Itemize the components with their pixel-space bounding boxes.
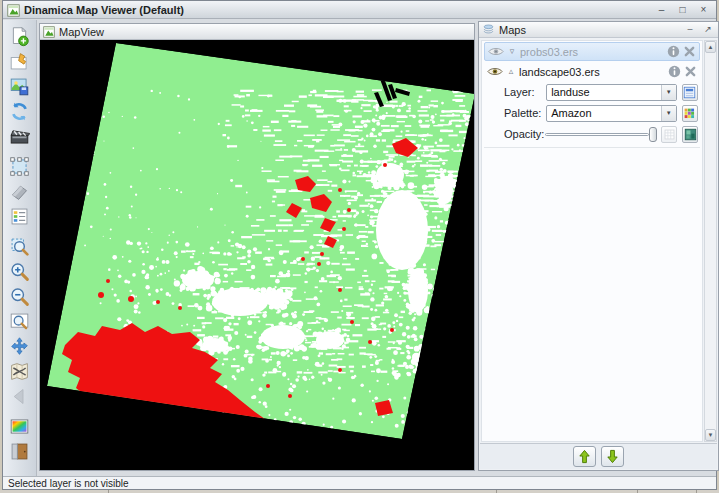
raster-view-button[interactable] xyxy=(682,126,698,143)
minimize-button[interactable]: – xyxy=(653,3,670,16)
map-toolbar xyxy=(3,20,37,476)
legend-icon[interactable] xyxy=(6,204,33,229)
app-window: Dinamica Map Viewer (Default) – □ × MapV… xyxy=(2,0,717,490)
zoom-fit-icon[interactable] xyxy=(6,309,33,334)
status-bar: Selected layer is not visible xyxy=(3,476,716,489)
divider xyxy=(484,147,700,148)
scroll-up-icon[interactable]: ▲ xyxy=(705,41,716,53)
pan-icon[interactable] xyxy=(6,334,33,359)
maps-panel-title: Maps xyxy=(499,24,679,36)
panel-float-button[interactable]: ↗ xyxy=(701,24,715,36)
palette-dropdown[interactable]: Amazon ▼ xyxy=(546,105,677,122)
layer-close-icon[interactable] xyxy=(684,65,697,78)
refresh-icon[interactable] xyxy=(6,99,33,124)
opacity-slider-thumb[interactable] xyxy=(649,127,657,142)
mapview-window: MapView xyxy=(39,23,475,471)
zoom-out-icon[interactable] xyxy=(6,284,33,309)
scroll-down-icon[interactable]: ▼ xyxy=(705,429,716,441)
opacity-row: Opacity: xyxy=(504,124,698,144)
layer-list: ▿ probs03.ers ▵ landscape03.ers xyxy=(481,40,703,442)
layer-close-icon[interactable] xyxy=(683,45,696,58)
title-bar: Dinamica Map Viewer (Default) – □ × xyxy=(3,1,716,19)
layer-row-landscape03[interactable]: ▵ landscape03.ers xyxy=(484,62,700,81)
save-image-icon[interactable] xyxy=(6,74,33,99)
panel-minimize-button[interactable]: – xyxy=(683,24,697,36)
new-map-icon[interactable] xyxy=(6,24,33,49)
palette-select-row: Palette: Amazon ▼ xyxy=(504,103,698,123)
back-icon xyxy=(6,384,33,409)
layer-dropdown-value: landuse xyxy=(551,86,590,98)
layer-list-scrollbar[interactable]: ▲ ▼ xyxy=(704,40,717,442)
layers-icon xyxy=(482,23,495,36)
palette-icon[interactable] xyxy=(6,414,33,439)
maps-panel-header: Maps – ↗ xyxy=(479,22,718,38)
visibility-toggle-eye-icon[interactable] xyxy=(487,66,503,77)
select-tool-icon[interactable] xyxy=(6,49,33,74)
status-message: Selected layer is not visible xyxy=(8,478,129,489)
zoom-region-icon[interactable] xyxy=(6,234,33,259)
move-layer-down-button[interactable] xyxy=(601,446,624,467)
palette-dropdown-value: Amazon xyxy=(551,107,591,119)
mapview-titlebar: MapView xyxy=(40,24,474,40)
mapview-title: MapView xyxy=(59,26,104,38)
maps-panel: Maps – ↗ ▿ probs03.ers ▵ landscape03.ers xyxy=(478,21,719,471)
expander-icon[interactable]: ▿ xyxy=(507,47,517,56)
layer-info-icon[interactable] xyxy=(667,45,680,58)
expander-icon[interactable]: ▵ xyxy=(506,67,516,76)
move-layer-up-button[interactable] xyxy=(573,446,596,467)
layer-table-button[interactable] xyxy=(682,84,698,101)
opacity-slider[interactable] xyxy=(545,126,649,143)
layer-dropdown[interactable]: landuse ▼ xyxy=(546,84,677,101)
map-canvas[interactable] xyxy=(40,40,474,470)
layer-name[interactable]: landscape03.ers xyxy=(519,66,665,78)
window-title: Dinamica Map Viewer (Default) xyxy=(24,4,649,16)
app-logo-icon xyxy=(7,3,20,16)
chevron-down-icon[interactable]: ▼ xyxy=(661,106,676,121)
layer-label: Layer: xyxy=(504,86,546,98)
close-button[interactable]: × xyxy=(695,3,712,16)
mapview-icon xyxy=(43,26,55,38)
layer-name[interactable]: probs03.ers xyxy=(520,46,664,58)
maximize-button[interactable]: □ xyxy=(674,3,691,16)
remove-map-icon[interactable] xyxy=(6,359,33,384)
animation-icon[interactable] xyxy=(6,124,33,149)
zoom-in-icon[interactable] xyxy=(6,259,33,284)
grid-button xyxy=(661,126,677,143)
opacity-slider-track[interactable] xyxy=(545,133,649,136)
chevron-down-icon[interactable]: ▼ xyxy=(661,85,676,100)
palette-edit-button[interactable] xyxy=(682,105,698,122)
eraser-icon[interactable] xyxy=(6,179,33,204)
palette-label: Palette: xyxy=(504,107,546,119)
layer-reorder-bar xyxy=(480,443,717,469)
layer-select-row: Layer: landuse ▼ xyxy=(504,82,698,102)
exit-icon[interactable] xyxy=(6,439,33,464)
layer-info-icon[interactable] xyxy=(668,65,681,78)
layer-row-probs03[interactable]: ▿ probs03.ers xyxy=(484,42,700,61)
opacity-label: Opacity: xyxy=(504,128,545,140)
visibility-toggle-eye-icon[interactable] xyxy=(488,46,504,57)
select-region-icon[interactable] xyxy=(6,154,33,179)
